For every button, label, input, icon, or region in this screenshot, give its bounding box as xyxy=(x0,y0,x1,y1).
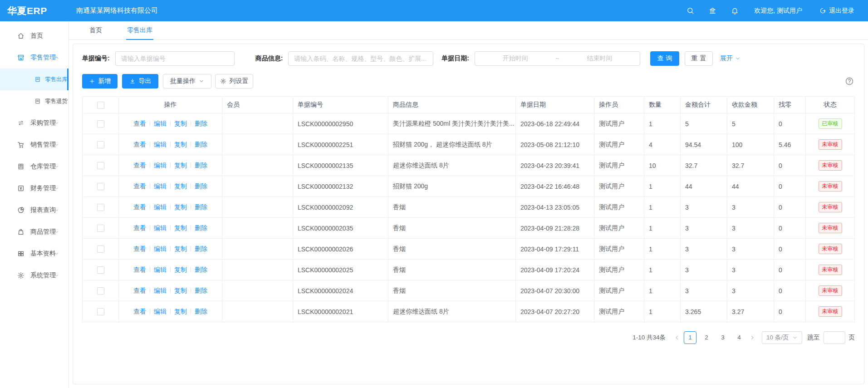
page-button-4[interactable]: 4 xyxy=(733,331,745,344)
edit-link[interactable]: 编辑 xyxy=(154,308,167,315)
row-checkbox[interactable] xyxy=(97,162,104,169)
delete-link[interactable]: 删除 xyxy=(195,245,207,252)
column-settings-button[interactable]: 列设置 xyxy=(215,74,253,88)
sidebar-item-finance[interactable]: 财务管理 xyxy=(0,177,69,199)
operator-cell: 测试用户 xyxy=(594,176,644,197)
sidebar-item-retail[interactable]: 零售管理 xyxy=(0,47,69,69)
row-checkbox[interactable] xyxy=(97,308,104,315)
copy-link[interactable]: 复制 xyxy=(174,224,187,231)
view-link[interactable]: 查看 xyxy=(133,266,146,273)
copy-link[interactable]: 复制 xyxy=(174,203,187,211)
goods-info-input[interactable] xyxy=(288,51,433,66)
edit-link[interactable]: 编辑 xyxy=(154,287,167,294)
view-link[interactable]: 查看 xyxy=(133,245,146,252)
sidebar-item-purchase[interactable]: 采购管理 xyxy=(0,112,69,134)
copy-link[interactable]: 复制 xyxy=(174,182,187,190)
action-divider xyxy=(170,162,171,168)
sidebar-item-home[interactable]: 首页 xyxy=(0,25,69,47)
delete-link[interactable]: 删除 xyxy=(195,120,207,127)
sidebar-item-warehouse[interactable]: 仓库管理 xyxy=(0,156,69,177)
delete-link[interactable]: 删除 xyxy=(195,266,207,273)
edit-link[interactable]: 编辑 xyxy=(154,266,167,273)
tab-retail-outbound[interactable]: 零售出库 xyxy=(127,21,152,39)
copy-link[interactable]: 复制 xyxy=(174,287,187,294)
copy-link[interactable]: 复制 xyxy=(174,266,187,273)
bill-no-input[interactable] xyxy=(115,51,235,66)
tab-home[interactable]: 首页 xyxy=(89,21,102,39)
add-button[interactable]: 新增 xyxy=(82,74,118,88)
sidebar-item-basic[interactable]: 基本资料 xyxy=(0,243,69,265)
page-button-2[interactable]: 2 xyxy=(700,331,713,344)
delete-link[interactable]: 删除 xyxy=(195,141,207,148)
bell-icon[interactable] xyxy=(731,7,739,15)
row-checkbox[interactable] xyxy=(97,204,104,211)
export-button[interactable]: 导出 xyxy=(122,74,158,88)
view-link[interactable]: 查看 xyxy=(133,203,146,211)
delete-link[interactable]: 删除 xyxy=(195,224,207,231)
row-checkbox[interactable] xyxy=(97,183,104,190)
action-divider xyxy=(191,288,191,293)
total-cell: 3 xyxy=(681,280,727,301)
sidebar-item-sale[interactable]: 销售管理 xyxy=(0,134,69,156)
delete-link[interactable]: 删除 xyxy=(195,308,207,315)
prev-page-button[interactable] xyxy=(672,333,682,343)
row-checkbox[interactable] xyxy=(97,246,104,253)
copy-link[interactable]: 复制 xyxy=(174,308,187,315)
bill-date-label: 单据日期: xyxy=(441,54,469,63)
bank-icon[interactable] xyxy=(709,7,716,15)
date-range-input[interactable]: 开始时间 ~ 结束时间 xyxy=(475,51,640,66)
view-link[interactable]: 查看 xyxy=(133,308,146,315)
status-badge: 未审核 xyxy=(819,244,842,254)
copy-link[interactable]: 复制 xyxy=(174,120,187,127)
search-button[interactable]: 查询 xyxy=(650,51,679,66)
row-checkbox[interactable] xyxy=(97,266,104,274)
sidebar-item-retail-return[interactable]: 零售退货 xyxy=(0,90,69,112)
view-link[interactable]: 查看 xyxy=(133,162,146,169)
page-button-1[interactable]: 1 xyxy=(684,331,696,344)
reset-button[interactable]: 重置 xyxy=(685,51,713,66)
row-checkbox[interactable] xyxy=(97,141,104,148)
select-all-checkbox[interactable] xyxy=(97,102,104,109)
row-checkbox[interactable] xyxy=(97,287,104,295)
sidebar-item-goods[interactable]: 商品管理 xyxy=(0,221,69,243)
table-row: 查看编辑复制删除LSCK00000002025香烟2023-04-09 17:2… xyxy=(83,260,855,280)
bill-no-cell: LSCK00000002092 xyxy=(293,197,388,218)
copy-link[interactable]: 复制 xyxy=(174,245,187,252)
page-size-select[interactable]: 10 条/页 xyxy=(762,331,802,344)
view-link[interactable]: 查看 xyxy=(133,120,146,127)
view-link[interactable]: 查看 xyxy=(133,224,146,231)
sidebar-item-report[interactable]: 报表查询 xyxy=(0,199,69,221)
edit-link[interactable]: 编辑 xyxy=(154,224,167,231)
edit-link[interactable]: 编辑 xyxy=(154,245,167,252)
edit-link[interactable]: 编辑 xyxy=(154,141,167,148)
date-cell: 2023-04-09 21:28:28 xyxy=(516,218,594,239)
sidebar-item-retail-out[interactable]: 零售出库 xyxy=(0,69,69,90)
table-row: 查看编辑复制删除LSCK00000002035香烟2023-04-09 21:2… xyxy=(83,218,855,239)
edit-link[interactable]: 编辑 xyxy=(154,162,167,169)
received-cell: 5 xyxy=(727,113,774,134)
edit-link[interactable]: 编辑 xyxy=(154,182,167,190)
edit-link[interactable]: 编辑 xyxy=(154,203,167,211)
delete-link[interactable]: 删除 xyxy=(195,162,207,169)
delete-link[interactable]: 删除 xyxy=(195,287,207,294)
row-checkbox[interactable] xyxy=(97,225,104,232)
jump-page-input[interactable] xyxy=(824,331,845,344)
delete-link[interactable]: 删除 xyxy=(195,203,207,211)
sidebar-item-system[interactable]: 系统管理 xyxy=(0,265,69,286)
page-button-3[interactable]: 3 xyxy=(716,331,729,344)
batch-actions-button[interactable]: 批量操作 xyxy=(163,74,211,88)
view-link[interactable]: 查看 xyxy=(133,287,146,294)
row-checkbox[interactable] xyxy=(97,120,104,128)
copy-link[interactable]: 复制 xyxy=(174,162,187,169)
view-link[interactable]: 查看 xyxy=(133,182,146,190)
expand-link[interactable]: 展开 xyxy=(720,54,740,63)
next-page-button[interactable] xyxy=(747,333,757,343)
logout-button[interactable]: 退出登录 xyxy=(819,7,854,15)
status-cell: 已审核 xyxy=(806,113,855,134)
view-link[interactable]: 查看 xyxy=(133,141,146,148)
help-icon[interactable] xyxy=(845,77,854,86)
delete-link[interactable]: 删除 xyxy=(195,182,207,190)
copy-link[interactable]: 复制 xyxy=(174,141,187,148)
edit-link[interactable]: 编辑 xyxy=(154,120,167,127)
search-icon[interactable] xyxy=(687,7,694,15)
